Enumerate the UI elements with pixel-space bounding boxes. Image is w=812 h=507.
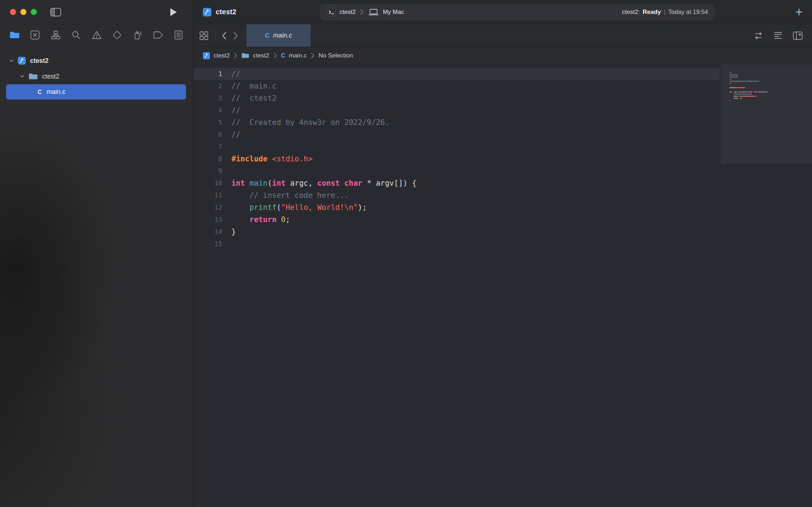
code-token: ); [358, 203, 367, 212]
tabbar-left-controls [194, 24, 238, 47]
source-editor: 1//2// main.c3// ctest24//5// Created by… [194, 64, 812, 507]
code-token: ( [276, 203, 281, 212]
status-scheme-label: ctest2: [622, 9, 640, 16]
minimap-segment [730, 98, 733, 99]
related-items-grid-icon[interactable] [199, 31, 209, 40]
test-navigator-icon[interactable] [111, 29, 123, 41]
debug-navigator-icon[interactable] [131, 29, 144, 41]
line-number[interactable]: 7 [194, 141, 222, 153]
line-number[interactable]: 15 [194, 238, 222, 250]
code-line[interactable]: 4// [194, 104, 720, 116]
activity-viewer[interactable]: ctest2 My Mac ctest2: Ready | Today at 1… [320, 4, 715, 20]
line-number[interactable]: 11 [194, 189, 222, 201]
code-line[interactable]: 3// ctest2 [194, 92, 720, 104]
forward-chevron-icon[interactable] [233, 32, 238, 40]
code-line[interactable]: 7 [194, 141, 720, 153]
scheme-name[interactable]: ctest2 [340, 9, 356, 16]
symbol-navigator-icon[interactable] [50, 29, 62, 41]
line-number[interactable]: 13 [194, 214, 222, 226]
code-line[interactable]: 6// [194, 129, 720, 141]
issue-navigator-icon[interactable] [91, 29, 103, 41]
close-button[interactable] [10, 9, 16, 15]
report-navigator-icon[interactable] [172, 29, 185, 41]
scheme-terminal-icon [327, 8, 336, 16]
minimap-segment [734, 91, 737, 92]
code-token: } [231, 227, 236, 236]
line-number[interactable]: 4 [194, 104, 222, 116]
code-token: ; [286, 215, 290, 224]
breadcrumb-file[interactable]: main.c [289, 52, 307, 59]
tab-main-c[interactable]: C main.c [246, 24, 311, 47]
line-number[interactable]: 8 [194, 153, 222, 165]
code-token: <stdio.h> [272, 155, 313, 163]
disclosure-chevron-icon[interactable] [9, 58, 14, 64]
chevron-right-icon [360, 9, 364, 15]
breadcrumb-selection[interactable]: No Selection [319, 52, 353, 59]
tab-label: main.c [273, 32, 292, 39]
code-line[interactable]: 10int main(int argc, const char * argv[]… [194, 177, 720, 189]
window-body: ctest2 ctest2 C main.c [0, 24, 812, 507]
code-line[interactable]: 14} [194, 226, 720, 238]
minimize-button[interactable] [20, 9, 26, 15]
code-review-swap-icon[interactable] [753, 32, 763, 40]
run-button[interactable] [170, 7, 177, 17]
code-line[interactable]: 11 // insert code here... [194, 189, 720, 201]
tree-row-project[interactable]: ctest2 [0, 53, 193, 69]
editor-options-icon[interactable] [773, 31, 783, 40]
breakpoint-navigator-icon[interactable] [152, 29, 164, 41]
zoom-button[interactable] [31, 9, 37, 15]
line-number[interactable]: 6 [194, 129, 222, 141]
breadcrumb-project[interactable]: ctest2 [214, 52, 230, 59]
line-number[interactable]: 5 [194, 116, 222, 129]
minimap-segment [740, 96, 755, 97]
line-number[interactable]: 1 [194, 68, 222, 80]
library-add-button[interactable]: + [795, 6, 803, 19]
line-number[interactable]: 10 [194, 177, 222, 189]
editor-tab-bar: C main.c [194, 24, 812, 47]
tree-row-group[interactable]: ctest2 [0, 69, 193, 84]
code-token: // [231, 106, 240, 115]
line-number[interactable]: 9 [194, 165, 222, 177]
source-control-navigator-icon[interactable] [29, 29, 41, 41]
minimap-segment [739, 91, 741, 92]
minimap-segment [732, 91, 733, 92]
code-line[interactable]: 13 return 0; [194, 214, 720, 226]
find-navigator-icon[interactable] [70, 29, 82, 41]
minimap-segment [730, 74, 738, 75]
code-token: argc, [286, 179, 317, 187]
run-destination[interactable]: My Mac [383, 9, 404, 16]
line-number[interactable]: 2 [194, 80, 222, 92]
code-token [231, 215, 250, 224]
minimap-segment [754, 91, 757, 92]
code-line[interactable]: 9 [194, 165, 720, 177]
scheme-selector[interactable]: ctest2 My Mac [327, 8, 404, 16]
window-title: ctest2 [216, 8, 236, 16]
code-line[interactable]: 5// Created by 4nsw3r on 2022/9/26. [194, 116, 720, 129]
tree-row-file-selected[interactable]: C main.c [6, 84, 186, 100]
code-text: // main.c [222, 80, 276, 92]
sidebar-toggle-icon[interactable] [50, 8, 61, 16]
editor-pane: C main.c [194, 24, 812, 507]
xcode-project-icon [203, 8, 211, 16]
xcode-project-icon [18, 57, 26, 65]
minimap-segment [730, 81, 760, 82]
project-navigator-icon[interactable] [9, 29, 21, 41]
code-line[interactable]: 8#include <stdio.h> [194, 153, 720, 165]
minimap-segment [730, 91, 732, 92]
add-editor-icon[interactable] [793, 31, 803, 40]
breadcrumb-group[interactable]: ctest2 [253, 52, 269, 59]
line-number[interactable]: 12 [194, 201, 222, 214]
xcode-window: ctest2 ctest2 My Mac ct [0, 0, 812, 507]
line-number[interactable]: 14 [194, 226, 222, 238]
back-chevron-icon[interactable] [222, 32, 227, 40]
code-line[interactable]: 2// main.c [194, 80, 720, 92]
code-line[interactable]: 1// [194, 68, 720, 80]
minimap[interactable] [720, 64, 812, 507]
code-line[interactable]: 15 [194, 238, 720, 250]
code-line[interactable]: 12 printf("Hello, World!\n"); [194, 201, 720, 214]
minimap-segment [733, 98, 738, 99]
minimap-segment [755, 96, 757, 97]
disclosure-chevron-icon[interactable] [19, 74, 25, 79]
code-area[interactable]: 1//2// main.c3// ctest24//5// Created by… [194, 64, 720, 507]
line-number[interactable]: 3 [194, 92, 222, 104]
